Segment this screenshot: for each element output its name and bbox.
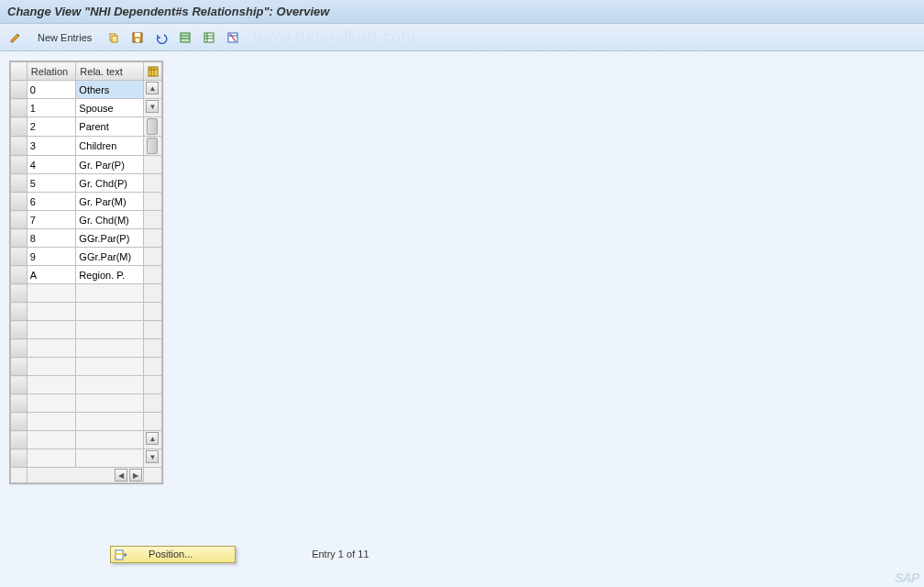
relatext-cell[interactable] xyxy=(76,193,143,210)
relation-cell[interactable] xyxy=(28,229,76,247)
vscroll-track[interactable]: ▼ xyxy=(143,99,161,117)
select-all-button[interactable] xyxy=(175,28,195,48)
vscroll-track[interactable] xyxy=(143,284,161,303)
vscroll-track[interactable] xyxy=(143,156,161,174)
vscroll-track[interactable] xyxy=(143,376,161,394)
vscroll-track[interactable] xyxy=(143,321,161,339)
row-selector[interactable] xyxy=(11,376,28,394)
hscroll-left-button[interactable]: ◀ xyxy=(115,469,127,482)
vscroll-down-button[interactable]: ▼ xyxy=(146,100,159,113)
relation-cell[interactable] xyxy=(28,266,76,283)
vscroll-down-button-bottom[interactable]: ▼ xyxy=(146,450,159,463)
row-selector[interactable] xyxy=(11,284,28,303)
relation-cell[interactable] xyxy=(28,193,76,210)
relation-cell[interactable] xyxy=(28,358,76,375)
relatext-cell[interactable] xyxy=(76,81,143,98)
row-selector[interactable] xyxy=(11,321,28,339)
row-selector[interactable] xyxy=(11,137,28,156)
relatext-cell[interactable] xyxy=(76,394,143,412)
copy-button[interactable] xyxy=(104,28,124,48)
row-selector-header[interactable] xyxy=(11,62,28,81)
relatext-cell[interactable] xyxy=(76,358,143,375)
vscroll-track[interactable]: ▲ xyxy=(143,81,161,99)
vscroll-track[interactable] xyxy=(143,339,161,358)
vscroll-track[interactable]: ▲ xyxy=(143,431,161,449)
vscroll-track[interactable] xyxy=(143,413,161,431)
vscroll-track[interactable] xyxy=(143,394,161,413)
relatext-cell[interactable] xyxy=(76,431,143,449)
relation-cell[interactable] xyxy=(28,449,76,467)
row-selector[interactable] xyxy=(11,229,28,248)
relation-cell[interactable] xyxy=(28,339,76,357)
new-entries-button[interactable]: New Entries xyxy=(29,28,100,47)
vscroll-track[interactable] xyxy=(143,211,161,229)
column-config-button[interactable] xyxy=(143,62,161,81)
vscroll-up-button[interactable]: ▲ xyxy=(146,82,159,94)
vscroll-track[interactable] xyxy=(143,117,161,137)
row-selector[interactable] xyxy=(11,358,28,376)
relatext-cell[interactable] xyxy=(76,117,143,136)
relatext-cell[interactable] xyxy=(76,376,143,393)
relation-cell[interactable] xyxy=(28,156,76,173)
hscroll-right-button[interactable]: ▶ xyxy=(129,469,142,482)
relatext-cell[interactable] xyxy=(76,321,143,338)
relatext-cell[interactable] xyxy=(76,137,143,155)
row-selector[interactable] xyxy=(11,248,28,266)
vscroll-thumb[interactable] xyxy=(147,138,158,154)
vscroll-track[interactable]: ▼ xyxy=(143,449,161,468)
relation-cell[interactable] xyxy=(28,211,76,228)
relation-cell[interactable] xyxy=(28,284,76,302)
position-button[interactable]: Position... xyxy=(110,546,236,563)
column-header-relation[interactable]: Relation xyxy=(27,62,76,81)
save-button[interactable] xyxy=(127,28,148,48)
row-selector[interactable] xyxy=(11,81,28,99)
vscroll-track[interactable] xyxy=(143,193,161,211)
relatext-cell[interactable] xyxy=(76,174,143,192)
row-selector[interactable] xyxy=(11,174,28,193)
row-selector[interactable] xyxy=(11,211,28,229)
row-selector[interactable] xyxy=(11,339,28,358)
relatext-cell[interactable] xyxy=(76,449,143,467)
relatext-cell[interactable] xyxy=(76,266,143,283)
row-selector[interactable] xyxy=(11,394,28,413)
relatext-cell[interactable] xyxy=(76,211,143,228)
relatext-cell[interactable] xyxy=(76,339,143,357)
vscroll-up-button-bottom[interactable]: ▲ xyxy=(146,432,159,445)
vscroll-track[interactable] xyxy=(143,248,161,266)
relation-cell[interactable] xyxy=(28,394,76,412)
relation-cell[interactable] xyxy=(28,321,76,338)
row-selector[interactable] xyxy=(11,303,28,321)
relation-cell[interactable] xyxy=(28,431,76,449)
vscroll-track[interactable] xyxy=(143,266,161,284)
vscroll-track[interactable] xyxy=(143,229,161,248)
row-selector[interactable] xyxy=(11,266,28,284)
relation-cell[interactable] xyxy=(28,81,76,98)
vscroll-track[interactable] xyxy=(143,358,161,376)
relatext-cell[interactable] xyxy=(76,303,143,320)
vscroll-track[interactable] xyxy=(143,303,161,321)
vscroll-track[interactable] xyxy=(143,137,161,156)
relation-cell[interactable] xyxy=(28,413,76,430)
relation-cell[interactable] xyxy=(28,303,76,320)
row-selector[interactable] xyxy=(11,117,28,137)
row-selector[interactable] xyxy=(11,431,28,449)
row-selector[interactable] xyxy=(11,156,28,174)
relatext-cell[interactable] xyxy=(76,284,143,302)
relation-cell[interactable] xyxy=(28,137,76,155)
relatext-cell[interactable] xyxy=(76,248,143,265)
row-selector[interactable] xyxy=(11,99,28,117)
relation-cell[interactable] xyxy=(28,248,76,265)
relation-cell[interactable] xyxy=(28,174,76,192)
relatext-cell[interactable] xyxy=(76,229,143,247)
relation-cell[interactable] xyxy=(28,99,76,116)
vscroll-track[interactable] xyxy=(143,174,161,193)
relatext-cell[interactable] xyxy=(76,413,143,430)
undo-button[interactable] xyxy=(151,28,171,48)
relatext-cell[interactable] xyxy=(76,156,143,173)
relation-cell[interactable] xyxy=(28,376,76,393)
column-header-relatext[interactable]: Rela. text xyxy=(76,62,144,81)
row-selector[interactable] xyxy=(11,413,28,431)
vscroll-thumb[interactable] xyxy=(147,118,158,135)
toggle-edit-button[interactable] xyxy=(6,28,26,48)
row-selector[interactable] xyxy=(11,193,28,211)
